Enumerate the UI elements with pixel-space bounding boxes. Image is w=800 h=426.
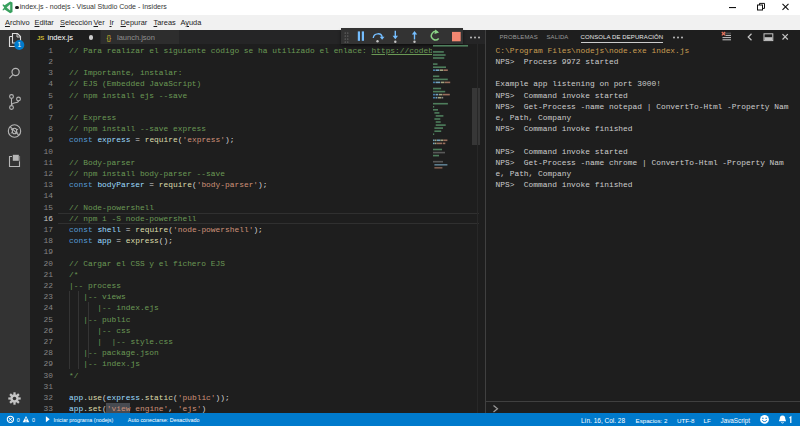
svg-text:1: 1 [17,41,21,48]
